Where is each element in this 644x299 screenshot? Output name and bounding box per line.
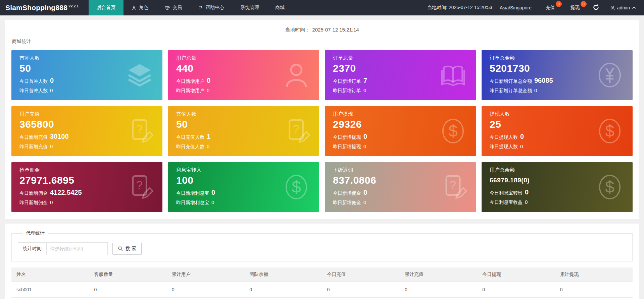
card-line-label: 昨日新增订单总金额 [490, 88, 532, 93]
card-total-users: 用户总量 440 今日新增用户0 昨日新增用户0 [168, 50, 319, 100]
card-line-label: 昨日首冲人数 [19, 88, 48, 93]
cell: 0 [477, 282, 555, 298]
table-header-row: 姓名 客服数量 累计用户 团队余额 今日充值 累计充值 今日提现 累计提现 [11, 267, 633, 282]
card-line-label: 今日新增佣金 [19, 190, 48, 196]
card-line-value: 0 [50, 199, 53, 205]
card-line-value: 0 [363, 189, 367, 196]
col-header-total-users: 累计用户 [167, 267, 244, 282]
recharge-badge: 0 [556, 1, 562, 7]
agent-search-row: 统计时间 搜 索 [18, 242, 626, 255]
person-icon [132, 5, 137, 10]
card-line-label: 今日提现人数 [490, 134, 518, 140]
card-line-value: 30100 [50, 133, 69, 140]
card-line-value: 0 [207, 143, 209, 149]
card-total-order-amount: 订单总金额 5201730 今日新增订单总金额96085 昨日新增订单总金额0 [482, 50, 633, 100]
agent-fieldset: 代理统计 统计时间 搜 索 [11, 230, 633, 261]
card-line-value: 0 [211, 199, 214, 205]
card-line-label: 今日新增利息宝 [176, 190, 209, 196]
search-icon [118, 246, 123, 251]
stat-cards-grid: 首冲人数 50 今日首冲人数0 昨日首冲人数0 用户总量 440 今日新增用户0… [11, 50, 633, 212]
card-line-value: 7 [363, 77, 367, 84]
nav-item-dashboard[interactable]: 后台首页 [89, 0, 123, 15]
card-line-label: 今日利息宝转出 [490, 190, 523, 195]
cell: 0 [89, 282, 166, 298]
table-row: scb001 0 0 0 0 0 0 0 [11, 282, 633, 298]
main-nav: 后台首页 角色 交易 帮助中心 系统管理 商城 [89, 0, 293, 15]
card-line-label: 今日新增订单总金额 [490, 78, 532, 84]
card-line-value: 0 [50, 77, 54, 84]
card-subordinate-rebate: 下级返佣 837.0806 今日新增佣金0 昨日新增佣金0 [325, 162, 476, 212]
cell: 0 [244, 298, 322, 299]
card-line-label: 今日新增佣金 [333, 190, 361, 196]
card-order-commission: 抢单佣金 27971.6895 今日新增佣金4122.5425 昨日新增佣金0 [11, 162, 162, 212]
cell: 0 [400, 298, 477, 299]
book-icon [438, 60, 468, 90]
card-line-label: 昨日提现人数 [490, 144, 518, 149]
nav-item-help-center[interactable]: 帮助中心 [190, 0, 232, 15]
stat-time-label: 统计时间 [18, 242, 47, 255]
nav-label: 商城 [275, 5, 285, 11]
search-button[interactable]: 搜 索 [112, 243, 142, 255]
username: admin [617, 5, 630, 10]
agent-table: 姓名 客服数量 累计用户 团队余额 今日充值 累计充值 今日提现 累计提现 sc… [11, 267, 633, 299]
cell: 0 [322, 298, 400, 299]
card-line-label: 昨日新增订单 [333, 88, 361, 93]
dollar-icon [282, 172, 311, 202]
navbar-timezone: Asia/Singapore [500, 5, 532, 10]
doc-edit-icon [282, 116, 311, 146]
top-navbar: SiamShopping888 V2.2.1 后台首页 角色 交易 帮助中心 系… [0, 0, 644, 15]
dollar-icon [595, 172, 625, 202]
card-user-total-balance: 用户总余额 66979.189(0) 今日利息宝转出0 今日利息宝收益0 [482, 162, 633, 212]
withdraw-badge: 0 [581, 1, 587, 7]
brand-logo[interactable]: SiamShopping888 V2.2.1 [5, 0, 79, 15]
recharge-link[interactable]: 充值 0 [543, 5, 558, 11]
refresh-button[interactable] [593, 4, 600, 11]
dollar-icon [595, 116, 625, 146]
nav-item-system-manage[interactable]: 系统管理 [232, 0, 267, 15]
card-line-value: 0 [534, 87, 537, 93]
doc-edit-icon [438, 172, 468, 202]
user-menu[interactable]: admin [610, 5, 636, 10]
card-first-charge-users: 首冲人数 50 今日首冲人数0 昨日首冲人数0 [11, 50, 162, 100]
nav-item-roles[interactable]: 角色 [123, 0, 156, 15]
card-line-value: 96085 [534, 77, 553, 84]
card-line-label: 今日首冲人数 [19, 78, 48, 84]
card-line-value: 0 [520, 133, 524, 140]
refresh-icon [593, 4, 599, 11]
nav-label: 角色 [139, 5, 148, 11]
doc-edit-icon [125, 116, 154, 146]
card-line-label: 今日充值人数 [176, 134, 204, 140]
card-line-label: 昨日新增佣金 [19, 200, 48, 205]
nav-label: 帮助中心 [205, 5, 224, 11]
recharge-label: 充值 [546, 5, 555, 10]
card-line-value: 0 [211, 189, 215, 196]
person-icon [610, 5, 615, 10]
brand-version: V2.2.1 [68, 4, 79, 8]
card-line-value: 0 [525, 199, 528, 205]
col-header-total-withdraw: 累计提现 [555, 267, 633, 282]
card-line-value: 0 [207, 77, 210, 84]
card-line-label: 今日新增订单 [333, 78, 361, 84]
stat-time-input[interactable] [47, 242, 108, 255]
card-total-orders: 订单总量 2370 今日新增订单7 昨日新增订单0 [325, 50, 476, 100]
col-header-name: 姓名 [11, 267, 89, 282]
stats-panel: 当地时间：2025-07-12 15:21:14 商城统计 首冲人数 50 今日… [5, 20, 639, 219]
agent-legend: 代理统计 [22, 230, 48, 236]
search-button-label: 搜 索 [126, 246, 136, 252]
nav-item-trade[interactable]: 交易 [156, 0, 190, 15]
card-line-label: 昨日新增提现 [333, 144, 361, 149]
card-line-value: 0 [520, 143, 523, 149]
nav-item-mall[interactable]: 商城 [267, 0, 293, 15]
card-user-recharge: 用户充值 365800 今日新增充值30100 昨日新增充值0 [11, 106, 162, 156]
nav-label: 系统管理 [240, 5, 259, 11]
layers-icon [125, 60, 154, 90]
col-header-total-recharge: 累计充值 [400, 267, 477, 282]
card-line-value: 1 [207, 133, 210, 140]
card-interest-transfer-in: 利息宝转入 100 今日新增利息宝0 昨日新增利息宝0 [168, 162, 319, 212]
card-line-label: 昨日新增佣金 [333, 200, 361, 205]
card-line-value: 0 [363, 199, 366, 205]
withdraw-link[interactable]: 提现 0 [568, 5, 583, 11]
yen-icon [595, 60, 625, 90]
card-withdraw-users: 提现人数 25 今日提现人数0 昨日提现人数0 [482, 106, 633, 156]
card-line-label: 昨日新增用户 [176, 88, 204, 93]
